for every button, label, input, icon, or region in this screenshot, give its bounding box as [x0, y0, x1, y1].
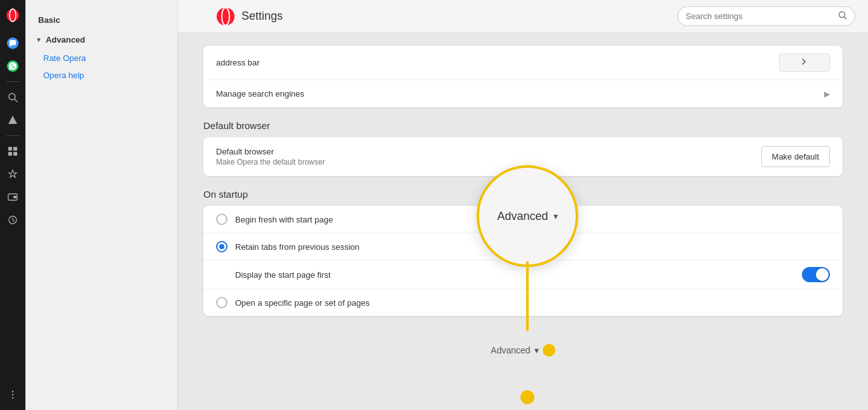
divider-2 [6, 135, 19, 136]
radio-row-specific-page[interactable]: Open a specific page or set of pages [203, 289, 843, 316]
divider-1 [6, 81, 19, 82]
default-browser-row: Default browser Make Opera the default b… [203, 137, 843, 176]
search-box[interactable] [677, 6, 855, 26]
manage-search-engines-row[interactable]: Manage search engines ▶ [203, 80, 843, 107]
more-icon[interactable] [3, 385, 23, 405]
bottom-advanced-container: Advanced ▾ [203, 326, 843, 374]
on-startup-card: Begin fresh with start page Retain tabs … [203, 206, 843, 316]
sidebar-basic-label: Basic [38, 15, 60, 25]
magnifier-dot [520, 390, 534, 404]
svg-rect-10 [13, 152, 17, 156]
svg-rect-12 [13, 196, 17, 198]
bottom-advanced-chevron: ▾ [534, 345, 539, 355]
icon-bar [0, 0, 25, 410]
sidebar: Basic ▼ Advanced Rate Opera Opera help [25, 0, 178, 410]
on-startup-section-title: On startup [203, 189, 843, 200]
bottom-advanced-button[interactable]: Advanced ▾ [480, 339, 565, 362]
whatsapp-icon[interactable] [3, 56, 23, 76]
default-browser-card-subtitle: Make Opera the default browser [216, 158, 761, 167]
radio-btn-specific-page[interactable] [216, 297, 227, 308]
svg-point-1 [10, 9, 16, 22]
manage-search-engines-chevron: ▶ [824, 90, 830, 99]
search-input[interactable] [686, 11, 833, 21]
history-icon[interactable] [3, 210, 23, 230]
default-browser-section-title: Default browser [203, 120, 843, 131]
opera-logo-icon[interactable] [3, 5, 23, 25]
radio-btn-retain-tabs[interactable] [216, 241, 227, 252]
svg-rect-7 [8, 147, 12, 151]
sidebar-basic[interactable]: Basic [25, 10, 177, 30]
sidebar-link-opera-help[interactable]: Opera help [25, 67, 177, 84]
default-browser-card: Default browser Make Opera the default b… [203, 137, 843, 176]
address-bar-value [779, 53, 830, 72]
wallet-icon[interactable] [3, 187, 23, 207]
address-bar-card: address bar Manage search engines ▶ [203, 46, 843, 107]
extensions-icon[interactable] [3, 141, 23, 161]
toggle-row-display-start-page: Display the start page first [203, 261, 843, 289]
messenger-icon[interactable] [3, 33, 23, 53]
default-browser-card-title: Default browser [216, 147, 761, 156]
radio-label-retain-tabs: Retain tabs from previous session [235, 242, 830, 252]
toggle-switch-display-start-page[interactable] [802, 267, 830, 282]
radio-row-fresh-start[interactable]: Begin fresh with start page [203, 206, 843, 233]
content-area: address bar Manage search engines ▶ Defa… [203, 33, 843, 387]
radio-label-specific-page: Open a specific page or set of pages [235, 298, 830, 308]
radio-label-fresh-start: Begin fresh with start page [235, 215, 830, 224]
address-bar-row: address bar [203, 46, 843, 80]
svg-point-14 [12, 391, 13, 392]
bottom-advanced-dot [543, 344, 555, 357]
svg-rect-8 [13, 147, 17, 151]
svg-point-16 [12, 397, 13, 399]
svg-line-5 [15, 99, 17, 102]
feed-icon[interactable] [3, 110, 23, 130]
svg-marker-6 [8, 116, 17, 124]
page-title: Settings [241, 10, 677, 23]
manage-search-engines-label: Manage search engines [216, 89, 819, 99]
main-content: Settings address bar Manage search engin… [178, 0, 868, 410]
sidebar-link-rate-opera[interactable]: Rate Opera [25, 50, 177, 67]
sidebar-advanced-label: Advanced [46, 35, 85, 44]
svg-line-20 [844, 17, 847, 20]
radio-btn-fresh-start[interactable] [216, 214, 227, 225]
sidebar-advanced-chevron: ▼ [36, 36, 42, 43]
toggle-label-display-start-page: Display the start page first [235, 270, 802, 280]
search-sidebar-icon[interactable] [3, 87, 23, 107]
sidebar-advanced[interactable]: ▼ Advanced [25, 30, 177, 50]
address-bar-label: address bar [216, 58, 779, 67]
radio-row-retain-tabs[interactable]: Retain tabs from previous session [203, 233, 843, 261]
svg-rect-9 [8, 152, 12, 156]
svg-point-15 [12, 394, 13, 395]
svg-point-18 [222, 8, 229, 25]
search-icon [838, 11, 847, 22]
bottom-advanced-label: Advanced [491, 345, 530, 355]
header: Settings [178, 0, 868, 33]
header-opera-logo [216, 7, 235, 26]
bookmarks-icon[interactable] [3, 164, 23, 184]
default-browser-info: Default browser Make Opera the default b… [216, 147, 761, 167]
make-default-button[interactable]: Make default [761, 146, 830, 167]
